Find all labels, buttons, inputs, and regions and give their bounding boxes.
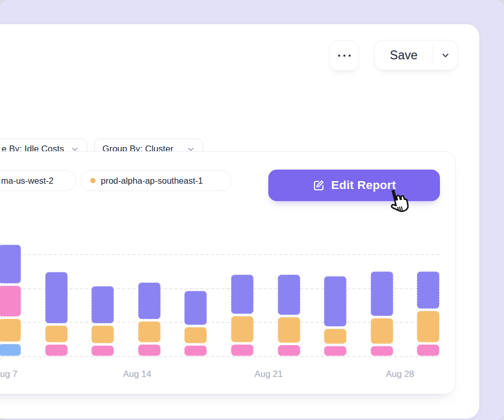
bar-segment-pink [231,344,254,356]
app-viewport: Save e By: Idle Costs Group By: Cluster [0,0,504,420]
legend-chip-label: prod-alpha-ap-southeast-1 [101,176,203,186]
bar-segment-pink [324,346,346,356]
bar-segment-pink [0,286,21,317]
bar-segment-purple [184,291,207,325]
bar-segment-orange [138,321,161,342]
bar [417,271,439,356]
bar [324,276,346,356]
ellipsis-icon [349,55,351,57]
bar-segment-purple [278,275,300,315]
edit-report-button[interactable]: Edit Report [268,170,440,201]
bar-segment-orange [231,316,254,342]
save-split-button[interactable]: Save [374,40,458,70]
legend-chip-label: ma-us-west-2 [1,176,54,186]
edit-report-label: Edit Report [331,178,396,192]
chart-card: ma-us-west-2 prod-alpha-ap-southeast-1 E… [0,151,456,394]
bar [231,275,254,356]
bar-segment-purple [324,276,346,327]
bar-segment-purple [371,271,393,316]
bar-segment-pink [91,345,114,356]
bar [278,275,300,356]
bar-segment-pink [278,345,300,356]
bar-segment-purple [91,286,114,323]
more-options-button[interactable] [329,40,359,71]
bar-segment-purple [0,245,21,284]
x-axis-tick-label: Aug 14 [113,369,161,380]
bar-segment-orange [0,319,21,342]
chevron-down-icon [440,50,450,60]
gridline [0,356,439,357]
save-dropdown-toggle[interactable] [433,40,457,70]
bar-segment-pink [371,346,393,356]
x-axis-tick-label: Aug 28 [376,369,424,380]
gridline [0,254,439,255]
bar-segment-purple [138,282,161,319]
bar [138,282,161,356]
report-main-card: Save e By: Idle Costs Group By: Cluster [0,24,479,418]
save-button[interactable]: Save [375,40,433,70]
bar-segment-pink [45,344,68,356]
edit-pencil-icon [312,179,325,192]
bar [45,272,68,356]
bar [184,291,207,356]
bar-segment-purple [417,271,439,309]
bar-segment-orange [324,329,346,344]
bar-segment-purple [231,275,254,314]
bar-segment-pink [417,344,439,356]
bar-segment-pink [184,345,207,356]
x-axis-tick-label: Aug 7 [0,369,29,380]
x-axis-tick-label: Aug 21 [245,369,292,380]
bar-segment-orange [91,326,114,343]
series-color-dot-icon [90,178,96,183]
bar-segment-purple [45,272,68,323]
bar [91,286,114,356]
ellipsis-icon [343,55,345,57]
bar-segment-orange [371,318,393,344]
ellipsis-icon [338,55,340,57]
stacked-bar-chart: Aug 7Aug 14Aug 21Aug 28 [0,230,455,388]
bar-segment-orange [45,326,68,342]
bar-segment-orange [184,327,207,343]
bar-segment-orange [278,317,300,343]
bar [371,271,393,356]
legend-chip-cluster-1[interactable]: ma-us-west-2 [0,170,76,191]
bar-segment-orange [417,311,439,342]
bar [0,245,21,356]
bar-segment-pink [138,344,161,356]
legend-chip-cluster-2[interactable]: prod-alpha-ap-southeast-1 [80,170,232,191]
bar-segment-blue [0,344,21,356]
